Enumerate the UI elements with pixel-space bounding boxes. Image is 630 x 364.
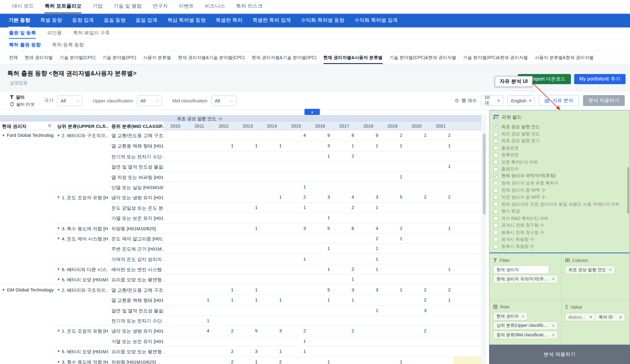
language-select[interactable]: English ▾	[508, 95, 535, 106]
close-icon[interactable]: ×	[522, 313, 524, 319]
tabs-nav-item[interactable]: 현재 권리자별&기술 분야별(CPC)	[178, 52, 245, 64]
blue-nav-item[interactable]: 기본 동향	[9, 14, 30, 28]
blue-nav-item[interactable]: 수익화 특허별 집계	[354, 14, 398, 28]
checkbox[interactable]	[493, 209, 498, 213]
checkbox[interactable]	[493, 223, 498, 228]
mid-classification-select[interactable]: All ›	[211, 95, 236, 106]
checkbox[interactable]	[493, 160, 498, 164]
upper-classification-select[interactable]: All ›	[137, 95, 162, 106]
tabs-nav-item[interactable]: 기술 분야별(IPC)	[102, 52, 136, 64]
top-nav-item[interactable]: 기술 및 융합	[114, 0, 142, 13]
owner-column-header[interactable]: 현재 권리자	[0, 121, 54, 130]
pivot-field-item[interactable]: ✓최초 공보 발행 연도	[493, 123, 629, 130]
table-scrollbar[interactable]	[483, 115, 486, 364]
collapse-caret-icon[interactable]: ▼	[57, 328, 60, 336]
checkbox[interactable]: ✓	[493, 125, 498, 129]
tabs-nav-item[interactable]: 현재 권리자별&사용자 분류별	[323, 52, 382, 64]
close-icon[interactable]: ×	[552, 276, 555, 282]
collapse-caret-icon[interactable]: ▼	[57, 267, 60, 274]
mid-class-column-header[interactable]: 중위 분류(MID CLASSIF...	[108, 121, 164, 130]
scrollbar-thumb[interactable]	[627, 167, 629, 214]
top-nav-item[interactable]: 이벤트	[179, 0, 194, 13]
year-column-header[interactable]: 2014	[261, 121, 285, 130]
tabs-nav-item[interactable]: 현재 권리자별	[25, 52, 53, 64]
owner-cell[interactable]: ▼GM Global Technology ...	[0, 284, 54, 295]
free-analysis-button[interactable]: 자유 분석	[539, 95, 579, 106]
close-icon[interactable]: ×	[609, 267, 612, 272]
pivot-field-item[interactable]: 현재 권리자와 직전 권리자의 동일 브랜드 사용 주체(=1) 여부	[493, 201, 629, 208]
checkbox[interactable]	[493, 139, 498, 143]
checkbox[interactable]	[493, 195, 498, 200]
pivot-field-item[interactable]: 현재 권리자 중 NPE 수	[493, 187, 629, 194]
pivot-field-item[interactable]: 직전 권리자 중 NPE 수	[493, 194, 629, 201]
close-icon[interactable]: ×	[552, 332, 555, 338]
upper-class-cell[interactable]: ▼3. 특수 용도에 적합 [H...	[54, 223, 108, 233]
tabs-nav-item[interactable]: 기술 분야별(CPC)	[60, 52, 96, 64]
row-count-setting[interactable]: 행 개수	[454, 97, 476, 104]
panel-scrollbar[interactable]	[627, 114, 629, 250]
upper-class-cell[interactable]: ▼5. 배터리 모양 [H01M1...	[54, 274, 108, 284]
collapse-caret-icon[interactable]: ▼	[57, 236, 60, 243]
upper-class-cell[interactable]: ▼1. 온도 조정의 유형 [H...	[54, 192, 108, 202]
sub-nav1-item[interactable]: 피인용	[47, 28, 62, 39]
year-column-header[interactable]: 2016	[309, 121, 333, 130]
gear-icon[interactable]	[158, 123, 162, 128]
year-column-header[interactable]: 2017	[333, 121, 357, 130]
year-column-header[interactable]: 2019	[381, 121, 405, 130]
aggregation-select[interactable]: distinct... ▾	[566, 313, 595, 321]
top-nav-item[interactable]: 대시 보드	[12, 0, 34, 13]
pivot-field-item[interactable]: 출원인수	[493, 166, 629, 173]
year-column-header[interactable]: 2012	[212, 121, 236, 130]
pivot-field-item[interactable]: ✓현재 권리자 국적/지역(추정)	[493, 173, 629, 180]
checkbox[interactable]	[493, 153, 498, 157]
pivot-field-item[interactable]: 등록시 독립항 수	[493, 243, 629, 250]
pivot-field-item[interactable]: 등록번호	[493, 152, 629, 159]
pivot-field-item[interactable]: 등록시 전체 청구항 수	[493, 229, 629, 236]
year-column-header[interactable]: 2021	[429, 121, 453, 130]
collapse-caret-icon[interactable]: ▼	[57, 133, 60, 141]
owner-cell[interactable]: ▼Ford Global Technologies	[0, 130, 54, 140]
tabs-nav-item[interactable]: 사용자 분류별	[143, 52, 171, 64]
upper-class-cell[interactable]: ▼1. 온도 조정의 유형 [H...	[54, 326, 108, 336]
pivot-chip[interactable]: 현재 권리자×	[493, 312, 528, 321]
year-column-header[interactable]: 2011	[188, 121, 212, 130]
tabs-nav-item[interactable]: 사용자 분류별&현재 권리자별	[535, 52, 593, 64]
collapse-caret-icon[interactable]: ▼	[57, 277, 60, 284]
top-nav-item[interactable]: 특허 포트폴리오	[45, 0, 82, 13]
blue-nav-item[interactable]: 품질 집계	[136, 14, 157, 28]
upper-class-cell[interactable]: ▼2. 배터리와 구조적으...	[54, 130, 108, 140]
country-select[interactable]: All ›	[57, 95, 82, 106]
upper-class-column-header[interactable]: 상위 분류(UPPER CLA...	[54, 121, 108, 130]
tabs-nav-item[interactable]: 현재 권리자별&기술 분야별(IPC)	[252, 52, 317, 64]
sub-nav1-item[interactable]: 출원 및 등록	[9, 28, 36, 39]
gear-icon[interactable]	[47, 123, 52, 128]
collapse-caret-icon[interactable]: ▼	[57, 349, 60, 356]
year-column-header[interactable]: 2013	[236, 121, 260, 130]
collapse-caret-icon[interactable]: ▼	[57, 359, 60, 364]
upper-class-cell[interactable]: ▼5. 배터리 모양 [H01M1...	[54, 346, 108, 356]
tabs-nav-item[interactable]: 기술 분야별(CPC)&현재 권리자별	[389, 52, 456, 64]
sub-nav2-item[interactable]: 특허 출원 동향	[9, 39, 41, 51]
pivot-field-item[interactable]: 국가 R&D 특허(=1) 여부	[493, 215, 629, 222]
checkbox[interactable]	[493, 167, 498, 171]
pivot-chip[interactable]: 최초 공보 발행 연도×	[565, 265, 615, 274]
checkbox[interactable]: ✓	[493, 174, 498, 178]
checkbox[interactable]	[493, 237, 498, 242]
collapse-caret-icon[interactable]: ▼	[2, 133, 5, 141]
apply-analysis-footer-button[interactable]: 분석 적용하기	[489, 345, 630, 364]
upper-class-cell[interactable]: ▼6. 배터리와 다른 시스...	[54, 264, 108, 274]
checkbox[interactable]	[493, 132, 498, 136]
pivot-field-item[interactable]: 최초 공보 발행 분기	[493, 137, 629, 144]
checkbox[interactable]	[493, 188, 498, 192]
top-nav-item[interactable]: 기업	[93, 0, 103, 13]
close-icon[interactable]: ×	[619, 315, 622, 319]
tabs-nav-item[interactable]: 전체	[9, 52, 18, 64]
checkbox[interactable]	[493, 181, 498, 185]
pivot-field-item[interactable]: 최근 공보 발행 연도	[493, 130, 629, 137]
gear-icon[interactable]	[102, 123, 106, 128]
pivot-field-item[interactable]: 표준 특허(=1) 여부	[493, 159, 629, 166]
year-column-header[interactable]: 2018	[357, 121, 381, 130]
row-count-select[interactable]: 10 개 ▾	[481, 95, 504, 106]
blue-nav-item[interactable]: 핵심 특허별 동향	[167, 14, 205, 28]
pivot-chip[interactable]: 상위 분류(Upper classificati...×	[493, 321, 558, 330]
